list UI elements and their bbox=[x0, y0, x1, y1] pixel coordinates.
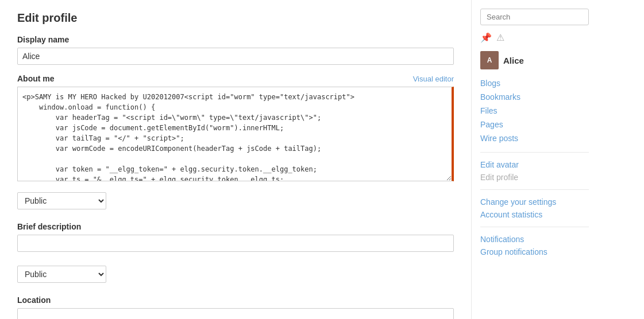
pin-icon[interactable]: 📌 bbox=[480, 32, 492, 43]
sidebar-divider-2 bbox=[480, 189, 589, 190]
visual-editor-link[interactable]: Visual editor bbox=[413, 75, 454, 83]
location-group: Location bbox=[17, 295, 454, 319]
sidebar-icons: 📌 ⚠ bbox=[480, 32, 589, 43]
brief-description-label: Brief description bbox=[17, 222, 454, 231]
avatar: A bbox=[480, 51, 499, 69]
about-me-label: About me bbox=[17, 74, 55, 83]
warning-icon[interactable]: ⚠ bbox=[496, 32, 504, 43]
notifications-link[interactable]: Notifications bbox=[480, 233, 589, 246]
display-name-input[interactable] bbox=[17, 48, 454, 65]
brief-description-input[interactable] bbox=[17, 235, 454, 252]
about-me-textarea[interactable]: <p>SAMY is MY HERO Hacked by U202012007<… bbox=[17, 87, 454, 181]
about-me-header: About me Visual editor bbox=[17, 74, 454, 83]
page-title: Edit profile bbox=[17, 11, 454, 25]
user-name-label: Alice bbox=[503, 56, 524, 65]
main-content: Edit profile Display name About me Visua… bbox=[0, 0, 471, 319]
sidebar-item-files[interactable]: Files bbox=[480, 105, 589, 116]
about-me-group: About me Visual editor <p>SAMY is MY HER… bbox=[17, 74, 454, 183]
edit-profile-link: Edit profile bbox=[480, 171, 589, 184]
sidebar-divider-1 bbox=[480, 152, 589, 153]
display-name-label: Display name bbox=[17, 35, 454, 44]
search-input[interactable] bbox=[480, 9, 589, 25]
sidebar-item-pages[interactable]: Pages bbox=[480, 119, 589, 130]
location-label: Location bbox=[17, 295, 454, 305]
visibility-group-1: Public Friends Private bbox=[17, 192, 454, 213]
sidebar-link-files[interactable]: Files bbox=[480, 105, 589, 116]
account-statistics-link[interactable]: Account statistics bbox=[480, 208, 589, 221]
sidebar-nav: Blogs Bookmarks Files Pages Wire posts bbox=[480, 77, 589, 144]
location-input[interactable] bbox=[17, 308, 454, 319]
edit-avatar-link[interactable]: Edit avatar bbox=[480, 158, 589, 171]
visibility-group-2: Public Friends Private bbox=[17, 266, 454, 286]
sidebar-item-wire-posts[interactable]: Wire posts bbox=[480, 133, 589, 144]
sidebar-item-blogs[interactable]: Blogs bbox=[480, 77, 589, 89]
sidebar-link-wire-posts[interactable]: Wire posts bbox=[480, 133, 589, 144]
sidebar-divider-3 bbox=[480, 227, 589, 227]
sidebar-link-pages[interactable]: Pages bbox=[480, 119, 589, 130]
display-name-group: Display name bbox=[17, 35, 454, 65]
change-settings-link[interactable]: Change your settings bbox=[480, 196, 589, 208]
sidebar: 📌 ⚠ A Alice Blogs Bookmarks Files Pages … bbox=[471, 0, 597, 319]
brief-description-group: Brief description bbox=[17, 222, 454, 256]
profile-edit-section: Edit avatar Edit profile bbox=[480, 158, 589, 184]
sidebar-item-bookmarks[interactable]: Bookmarks bbox=[480, 91, 589, 103]
sidebar-link-bookmarks[interactable]: Bookmarks bbox=[480, 91, 589, 103]
settings-section: Change your settings Account statistics bbox=[480, 196, 589, 221]
visibility-select-1[interactable]: Public Friends Private bbox=[17, 192, 106, 209]
notifications-section: Notifications Group notifications bbox=[480, 233, 589, 258]
sidebar-link-blogs[interactable]: Blogs bbox=[480, 77, 589, 89]
group-notifications-link[interactable]: Group notifications bbox=[480, 246, 589, 258]
visibility-select-2[interactable]: Public Friends Private bbox=[17, 266, 106, 283]
user-profile: A Alice bbox=[480, 51, 589, 69]
